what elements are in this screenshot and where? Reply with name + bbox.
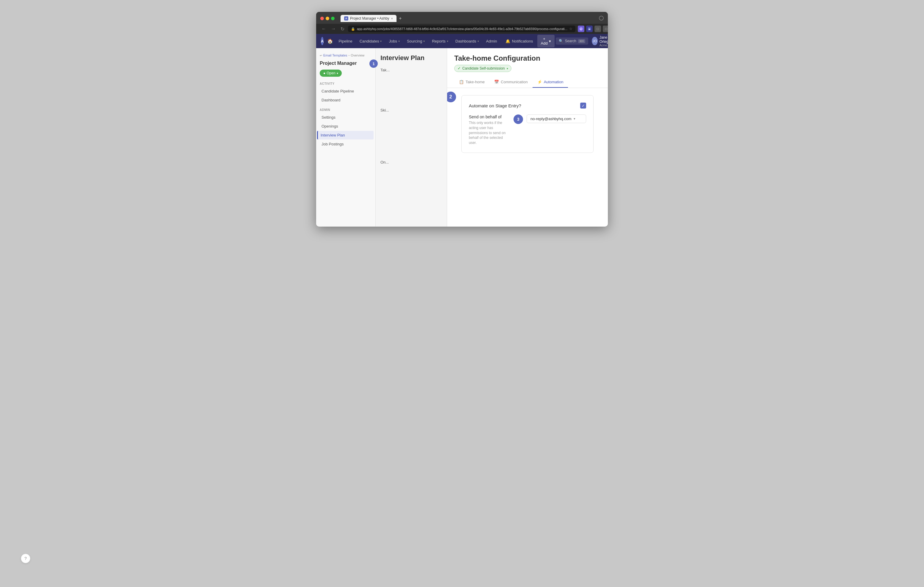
browser-tab[interactable]: A Project Manager • Ashby ×: [340, 15, 396, 22]
sidebar-item-job-postings[interactable]: Job Postings: [318, 140, 374, 148]
new-tab-button[interactable]: +: [398, 16, 403, 21]
open-icon: ●: [323, 71, 325, 75]
open-chevron-icon: ▾: [337, 72, 338, 75]
sidebar-item-settings[interactable]: Settings: [318, 113, 374, 122]
app-logo[interactable]: A: [321, 37, 323, 45]
refresh-button[interactable]: ↻: [339, 26, 346, 33]
search-label: Search: [565, 39, 576, 43]
svg-text:A: A: [589, 28, 590, 31]
svg-point-0: [599, 16, 603, 20]
jobs-label: Jobs: [389, 39, 397, 43]
breadcrumb-email-templates-link[interactable]: Email Templates: [323, 54, 347, 57]
email-dropdown[interactable]: no-reply@ashbyhq.com ▾: [526, 115, 586, 123]
open-label: Open: [327, 71, 335, 75]
tab-communication[interactable]: 📅 Communication: [489, 77, 532, 88]
candidates-chevron-icon: ▾: [380, 39, 382, 43]
badge-chevron-icon: ▾: [507, 67, 508, 70]
sidebar-item-interview-plan[interactable]: Interview Plan: [317, 131, 374, 140]
sidebar: ↩ Email Templates • Overview Project Man…: [316, 48, 376, 227]
admin-nav-item[interactable]: Admin: [483, 37, 500, 45]
tab-close-button[interactable]: ×: [391, 16, 393, 20]
automate-label: Automate on Stage Entry?: [469, 103, 521, 108]
back-button[interactable]: ←: [320, 26, 327, 32]
left-panel-title: Interview Plan: [376, 48, 447, 65]
breadcrumb-overview: Overview: [351, 54, 365, 57]
browser-controls-icon: [599, 16, 604, 21]
breadcrumb-separator: •: [348, 54, 350, 57]
bell-icon: 🔔: [505, 39, 510, 43]
pipeline-label: Pipeline: [338, 39, 352, 43]
communication-label: Communication: [501, 80, 528, 84]
traffic-lights[interactable]: [320, 16, 335, 20]
job-name: Project Manager: [320, 61, 356, 66]
activity-section-label: ACTIVITY: [316, 79, 375, 87]
tab-automation[interactable]: ⚡ Automation: [533, 77, 568, 88]
automate-stage-entry-row: Automate on Stage Entry? ✓: [469, 103, 586, 109]
minimize-window-button[interactable]: [326, 16, 329, 20]
forward-button[interactable]: →: [330, 26, 337, 32]
step-3-badge: 3: [513, 115, 523, 124]
interview-plan-panel: Interview Plan Tak... Ski... On...: [376, 48, 447, 227]
sourcing-chevron-icon: ▾: [423, 39, 425, 43]
address-bar[interactable]: 🔒 app.ashbyhq.com/jobs/40855877-fd68-487…: [348, 26, 576, 32]
automation-label: Automation: [544, 80, 564, 84]
breadcrumb: ↩ Email Templates • Overview: [316, 52, 375, 59]
tab-favicon: A: [344, 16, 348, 21]
tab-title: Project Manager • Ashby: [350, 16, 389, 21]
email-value: no-reply@ashbyhq.com: [530, 117, 571, 121]
add-button[interactable]: + Add ▾: [537, 35, 554, 47]
jobs-chevron-icon: ▾: [398, 39, 400, 43]
search-icon: 🔍: [559, 39, 563, 43]
pipeline-nav-item[interactable]: Pipeline: [335, 37, 355, 45]
dashboards-nav-item[interactable]: Dashboards ▾: [452, 37, 482, 45]
candidates-nav-item[interactable]: Candidates ▾: [356, 37, 385, 45]
sidebar-item-dashboard[interactable]: Dashboard: [318, 96, 374, 104]
top-nav: A 🏠 Pipeline Candidates ▾ Jobs ▾ Sourcin…: [316, 34, 608, 48]
user-menu[interactable]: JO Jane Ortega Acme ▾: [589, 34, 608, 48]
sidebar-item-openings[interactable]: Openings: [318, 122, 374, 130]
reports-chevron-icon: ▾: [447, 39, 448, 43]
page-title: Take-home Configuration: [454, 54, 601, 62]
logo-text: A: [321, 39, 323, 43]
sidebar-item-candidate-pipeline[interactable]: Candidate Pipeline: [318, 87, 374, 95]
send-behalf-title: Send on behalf of: [469, 115, 509, 119]
add-label: + Add: [541, 36, 548, 46]
stage-item-2[interactable]: Ski...: [378, 105, 444, 115]
tab-takehome[interactable]: 📋 Take-home: [454, 77, 489, 88]
tabs: 📋 Take-home 📅 Communication ⚡ Automation: [454, 77, 601, 88]
right-panel: Take-home Configuration ✓ Candidate Self…: [447, 48, 608, 227]
step-2-badge: 2: [447, 92, 456, 102]
search-button[interactable]: 🔍 Search ⌘K: [556, 38, 589, 44]
dashboards-label: Dashboards: [455, 39, 476, 43]
stage-item-3[interactable]: On...: [378, 157, 444, 168]
user-name: Jane Ortega: [599, 35, 608, 44]
stage-item-1[interactable]: Tak...: [378, 65, 444, 75]
page-header: Take-home Configuration ✓ Candidate Self…: [447, 48, 608, 88]
home-nav-button[interactable]: 🏠: [326, 37, 334, 45]
user-company: Acme: [599, 44, 608, 47]
dashboards-chevron-icon: ▾: [477, 39, 479, 43]
extension-icon-1[interactable]: C: [578, 26, 584, 32]
extension-icon-4[interactable]: □: [603, 26, 608, 32]
close-window-button[interactable]: [320, 16, 324, 20]
jobs-nav-item[interactable]: Jobs ▾: [386, 37, 403, 45]
email-dropdown-chevron-icon: ▾: [574, 117, 576, 121]
search-shortcut-badge: ⌘K: [578, 39, 586, 43]
open-status-button[interactable]: ● Open ▾: [320, 69, 342, 77]
automate-checkbox[interactable]: ✓: [580, 103, 586, 109]
takehome-icon: 📋: [459, 80, 464, 84]
communication-icon: 📅: [494, 80, 499, 84]
reports-nav-item[interactable]: Reports ▾: [429, 37, 451, 45]
takehome-label: Take-home: [465, 80, 485, 84]
url-text: app.ashbyhq.com/jobs/40855877-fd68-487d-…: [357, 27, 568, 31]
sourcing-nav-item[interactable]: Sourcing ▾: [404, 37, 428, 45]
badge-label: Candidate Self-submission: [462, 66, 505, 71]
extension-icon-2[interactable]: A: [586, 26, 593, 32]
admin-section-label: ADMIN: [316, 105, 375, 113]
fullscreen-window-button[interactable]: [331, 16, 335, 20]
notifications-nav-item[interactable]: 🔔 Notifications: [503, 37, 536, 45]
svg-text:C: C: [580, 28, 582, 31]
candidate-self-submission-badge[interactable]: ✓ Candidate Self-submission ▾: [454, 65, 512, 72]
breadcrumb-icon: ↩: [320, 54, 322, 57]
extension-icon-3[interactable]: □: [594, 26, 601, 32]
